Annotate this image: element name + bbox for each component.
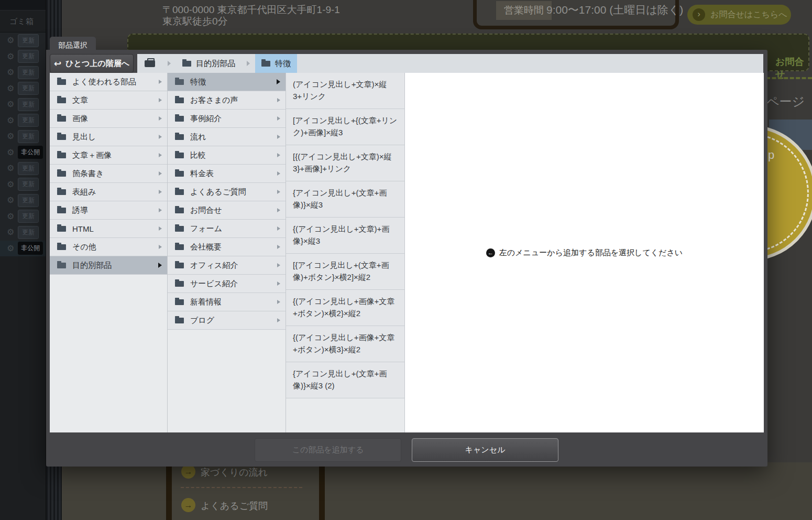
breadcrumb-item-current[interactable]: 特徴 — [255, 54, 297, 73]
status-badge[interactable]: 更新 — [18, 34, 39, 47]
status-badge[interactable]: 非公開 — [18, 146, 43, 159]
category-item[interactable]: 見出し — [50, 128, 167, 146]
sidebar-block-row: ⚙ 更新 — [0, 64, 46, 81]
status-badge[interactable]: 更新 — [18, 194, 39, 207]
category-item[interactable]: お客さまの声 — [168, 91, 286, 110]
category-item[interactable]: 誘導 — [50, 201, 167, 220]
category-item[interactable]: サービス紹介 — [168, 275, 286, 293]
gear-icon[interactable]: ⚙ — [7, 68, 14, 77]
category-item[interactable]: その他 — [50, 238, 167, 256]
category-item[interactable]: 箇条書き — [50, 165, 167, 183]
footer-link-faq[interactable]: よくあるご質問 — [201, 500, 268, 512]
category-item[interactable]: 画像 — [50, 110, 167, 128]
status-badge[interactable]: 更新 — [18, 66, 39, 79]
contact-us-button[interactable]: › お問合せはこちらへ — [687, 5, 791, 25]
category-item[interactable]: よくあるご質問 — [168, 183, 286, 201]
gear-icon[interactable]: ⚙ — [7, 164, 14, 172]
chevron-right-icon — [247, 61, 250, 66]
gear-icon[interactable]: ⚙ — [7, 244, 14, 253]
status-badge[interactable]: 非公開 — [18, 242, 43, 255]
gear-icon[interactable]: ⚙ — [7, 148, 14, 157]
gear-icon[interactable]: ⚙ — [7, 84, 14, 93]
footer-link-flow[interactable]: 家づくりの流れ — [201, 466, 268, 479]
empty-state-text: 左のメニューから追加する部品を選択してください — [499, 248, 683, 258]
gear-icon[interactable]: ⚙ — [7, 132, 14, 140]
chevron-right-icon — [159, 245, 162, 249]
cancel-button[interactable]: キャンセル — [412, 438, 558, 462]
category-item[interactable]: フォーム — [168, 220, 286, 238]
category-item[interactable]: 文章 — [50, 91, 167, 110]
category-item[interactable]: 文章＋画像 — [50, 146, 167, 165]
status-badge[interactable]: 更新 — [18, 82, 39, 95]
folder-icon — [175, 299, 184, 305]
status-badge[interactable]: 更新 — [18, 162, 39, 175]
part-item[interactable]: [アイコン見出し+{(文章+リンク)+画像]×縦3 — [286, 109, 404, 145]
gear-icon[interactable]: ⚙ — [7, 212, 14, 221]
address-line-2: 東京駅徒歩0分 — [162, 16, 340, 27]
add-part-button[interactable]: この部品を追加する — [255, 438, 401, 462]
category-item[interactable]: 事例紹介 — [168, 110, 286, 128]
category-item[interactable]: 特徴 — [168, 73, 286, 91]
gear-icon[interactable]: ⚙ — [7, 228, 14, 236]
category-item[interactable]: お問合せ — [168, 201, 286, 220]
category-item[interactable]: よく使われる部品 — [50, 73, 167, 91]
gear-icon[interactable]: ⚙ — [7, 52, 14, 61]
gear-icon[interactable]: ⚙ — [7, 196, 14, 204]
part-item[interactable]: {アイコン見出し+(文章+画像)}×縦3 — [286, 181, 404, 218]
status-badge[interactable]: 更新 — [18, 226, 39, 239]
briefcase-icon[interactable] — [145, 60, 155, 67]
category-label: 見出し — [72, 132, 96, 142]
gear-icon[interactable]: ⚙ — [7, 100, 14, 109]
category-item[interactable]: ブログ — [168, 311, 286, 330]
folder-icon — [57, 79, 66, 85]
category-item[interactable]: 流れ — [168, 128, 286, 146]
gear-icon[interactable]: ⚙ — [7, 116, 14, 125]
category-label: ブログ — [190, 316, 214, 326]
part-item[interactable]: {(アイコン見出し+文章)+画像}×縦3 — [286, 218, 404, 254]
category-column-level1: よく使われる部品 文章 画像 — [50, 73, 168, 432]
status-badge[interactable]: 更新 — [18, 130, 39, 143]
arrow-right-circle-icon: → — [181, 498, 195, 512]
sidebar-block-row: ⚙ 更新 — [0, 192, 46, 209]
go-up-level-button[interactable]: ↩ ひとつ上の階層へ — [50, 54, 134, 73]
dashed-divider — [181, 487, 302, 488]
folder-icon — [175, 189, 184, 195]
category-item[interactable]: 会社概要 — [168, 238, 286, 256]
trash-label[interactable]: ゴミ箱 — [9, 17, 46, 27]
content-border-right — [319, 462, 325, 520]
status-badge[interactable]: 更新 — [18, 98, 39, 111]
folder-icon — [175, 244, 184, 250]
part-item[interactable]: {アイコン見出し+(文章+画像)}×縦3 (2) — [286, 362, 404, 398]
breadcrumb-item-parent[interactable]: 目的別部品 — [176, 54, 242, 73]
chevron-right-icon — [158, 263, 162, 268]
part-item[interactable]: {(アイコン見出し+画像+文章+ボタン)×横3}×縦2 — [286, 326, 404, 362]
status-badge[interactable]: 更新 — [18, 114, 39, 127]
category-item[interactable]: HTML — [50, 220, 167, 238]
gear-icon[interactable]: ⚙ — [7, 36, 14, 45]
part-item[interactable]: [{(アイコン見出し+文章)×縦3}+画像]+リンク — [286, 145, 404, 181]
category-label: お問合せ — [190, 205, 222, 215]
category-item[interactable]: 表組み — [50, 183, 167, 201]
category-label: 目的別部品 — [72, 261, 112, 270]
category-item[interactable]: オフィス紹介 — [168, 256, 286, 275]
category-label: 事例紹介 — [190, 114, 222, 124]
category-item[interactable]: 比較 — [168, 146, 286, 165]
gear-icon[interactable]: ⚙ — [7, 180, 14, 189]
category-label: 文章＋画像 — [72, 150, 112, 160]
category-item[interactable]: 目的別部品 — [50, 256, 167, 275]
category-item[interactable]: 料金表 — [168, 165, 286, 183]
category-label: 会社概要 — [190, 242, 222, 252]
folder-icon — [57, 244, 66, 250]
status-badge[interactable]: 更新 — [18, 210, 39, 223]
chevron-right-icon — [168, 61, 171, 66]
sidebar-block-row: ⚙ 更新 — [0, 224, 46, 241]
part-item[interactable]: [{アイコン見出し+(文章+画像)+ボタン}×横2]×縦2 — [286, 254, 404, 290]
part-item[interactable]: (アイコン見出し+文章)×縦3+リンク — [286, 73, 404, 109]
status-badge[interactable]: 更新 — [18, 50, 39, 63]
category-item[interactable]: 新着情報 — [168, 293, 286, 311]
sidebar-block-row: ⚙ 更新 — [0, 96, 46, 113]
status-badge[interactable]: 更新 — [18, 178, 39, 191]
sidebar-block-list: ⚙ 更新 ⚙ 更新 ⚙ 更新 ⚙ 更新 — [0, 32, 46, 256]
part-item[interactable]: {(アイコン見出し+画像+文章+ボタン)×横2}×縦2 — [286, 290, 404, 326]
badge-text-fragment: p — [768, 148, 774, 162]
